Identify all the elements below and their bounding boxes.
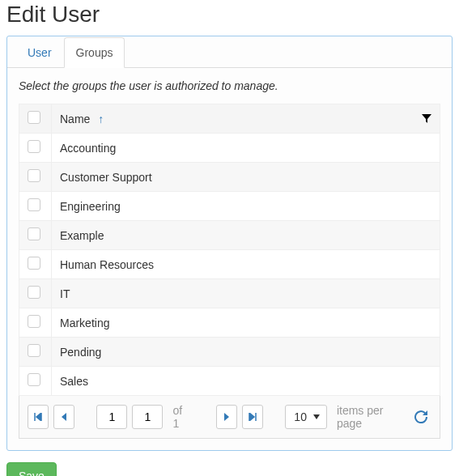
table-row: Accounting	[19, 134, 440, 163]
pager-items-label: items per page	[337, 404, 401, 430]
last-page-icon	[249, 413, 257, 421]
chevron-down-icon	[313, 414, 320, 419]
pager-page-input[interactable]	[96, 405, 127, 429]
pager-page-input-2[interactable]	[132, 405, 163, 429]
row-checkbox[interactable]	[28, 373, 40, 386]
tab-bar: User Groups	[7, 36, 452, 68]
row-name: Pending	[52, 338, 440, 367]
row-checkbox[interactable]	[28, 227, 40, 240]
tab-user[interactable]: User	[15, 37, 64, 68]
pager-of-text: of 1	[172, 404, 189, 430]
pager-pagesize-select[interactable]: 10	[285, 405, 327, 429]
row-name: Marketing	[52, 308, 440, 338]
page-title: Edit User	[6, 2, 453, 28]
pager-next-button[interactable]	[216, 405, 237, 429]
tab-body: Select the groups the user is authorized…	[7, 68, 452, 450]
row-checkbox[interactable]	[28, 315, 40, 328]
pager: of 1 10 items per page	[19, 396, 440, 439]
pager-pagesize-value: 10	[294, 410, 307, 423]
table-row: Engineering	[19, 192, 440, 221]
first-page-icon	[34, 413, 42, 421]
row-name: Example	[52, 221, 440, 250]
header-name[interactable]: Name ↑	[52, 104, 440, 134]
refresh-icon	[414, 410, 427, 423]
table-row: Example	[19, 221, 440, 250]
groups-table: Name ↑ Accounting	[19, 104, 440, 396]
prev-page-icon	[61, 413, 67, 421]
table-row: Customer Support	[19, 163, 440, 192]
row-checkbox[interactable]	[28, 257, 40, 270]
row-checkbox[interactable]	[28, 198, 40, 211]
table-row: Human Resources	[19, 250, 440, 279]
filter-icon[interactable]	[422, 114, 431, 124]
row-name: Sales	[52, 367, 440, 396]
row-name: Engineering	[52, 192, 440, 221]
row-name: Customer Support	[52, 163, 440, 192]
table-row: IT	[19, 279, 440, 308]
table-row: Sales	[19, 367, 440, 396]
row-checkbox[interactable]	[28, 344, 40, 357]
instruction-text: Select the groups the user is authorized…	[19, 79, 440, 92]
row-checkbox[interactable]	[28, 286, 40, 299]
sort-asc-icon: ↑	[98, 113, 104, 125]
pager-last-button[interactable]	[242, 405, 263, 429]
header-select-all	[19, 104, 52, 134]
pager-first-button[interactable]	[28, 405, 49, 429]
header-name-label: Name	[60, 113, 90, 125]
table-row: Pending	[19, 338, 440, 367]
table-row: Marketing	[19, 308, 440, 338]
row-name: IT	[52, 279, 440, 308]
row-name: Human Resources	[52, 250, 440, 279]
next-page-icon	[223, 413, 230, 421]
pager-refresh-button[interactable]	[410, 405, 431, 429]
pager-prev-button[interactable]	[53, 405, 74, 429]
edit-user-panel: User Groups Select the groups the user i…	[6, 36, 453, 451]
row-checkbox[interactable]	[28, 140, 40, 153]
tab-groups[interactable]: Groups	[64, 37, 125, 68]
row-checkbox[interactable]	[28, 169, 40, 182]
row-name: Accounting	[52, 134, 440, 163]
save-button[interactable]: Save	[6, 462, 57, 476]
select-all-checkbox[interactable]	[28, 111, 40, 124]
